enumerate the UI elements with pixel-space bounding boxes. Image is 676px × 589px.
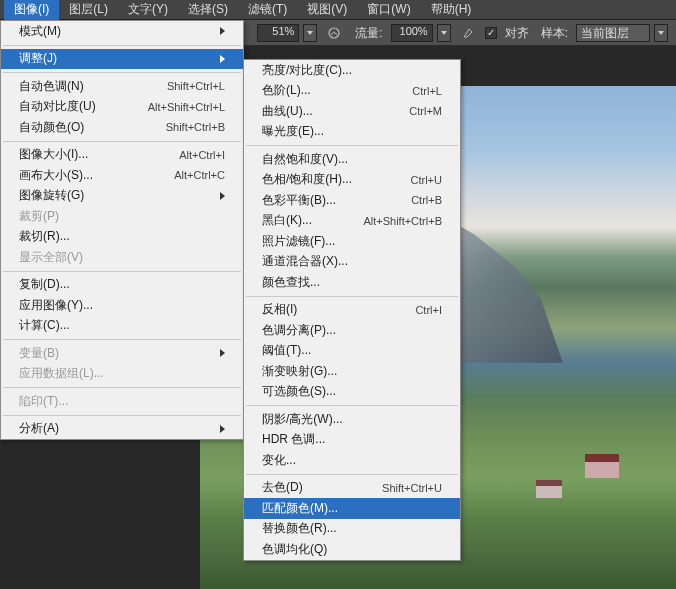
image-menu-item[interactable]: 分析(A) — [1, 419, 243, 440]
adjust-menu-item[interactable]: 照片滤镜(F)... — [244, 231, 460, 252]
adjust-menu-item[interactable]: 颜色查找... — [244, 272, 460, 293]
image-menu-item[interactable]: 自动色调(N)Shift+Ctrl+L — [1, 76, 243, 97]
flow-input[interactable]: 100% — [391, 24, 433, 42]
menu-item-shortcut: Ctrl+I — [415, 304, 442, 316]
menu-item-label: 自动对比度(U) — [19, 98, 96, 115]
menubar-item-text[interactable]: 文字(Y) — [118, 0, 178, 21]
menubar-item-select[interactable]: 选择(S) — [178, 0, 238, 21]
flow-label: 流量: — [355, 25, 382, 42]
image-menu-item[interactable]: 模式(M) — [1, 21, 243, 42]
adjustments-submenu: 亮度/对比度(C)...色阶(L)...Ctrl+L曲线(U)...Ctrl+M… — [243, 59, 461, 561]
sample-select[interactable]: 当前图层 — [576, 24, 650, 42]
image-menu-item[interactable]: 图像大小(I)...Alt+Ctrl+I — [1, 145, 243, 166]
adjust-menu-item[interactable]: 匹配颜色(M)... — [244, 498, 460, 519]
menubar-item-help[interactable]: 帮助(H) — [421, 0, 482, 21]
image-menu-separator — [3, 339, 241, 340]
menu-item-shortcut: Alt+Shift+Ctrl+B — [363, 215, 442, 227]
adjust-menu-separator — [246, 405, 458, 406]
submenu-arrow-icon — [220, 425, 225, 433]
menu-item-label: 自动颜色(O) — [19, 119, 84, 136]
image-menu-item[interactable]: 调整(J) — [1, 49, 243, 70]
menu-item-label: 变化... — [262, 452, 296, 469]
pressure-opacity-icon[interactable] — [325, 24, 343, 42]
sample-label: 样本: — [541, 25, 568, 42]
menu-item-label: 颜色查找... — [262, 274, 320, 291]
menu-item-label: 色调均化(Q) — [262, 541, 327, 558]
opacity-dropdown[interactable] — [303, 24, 317, 42]
chevron-down-icon — [441, 31, 447, 35]
menubar-item-view[interactable]: 视图(V) — [297, 0, 357, 21]
menu-item-shortcut: Alt+Ctrl+I — [179, 149, 225, 161]
align-checkbox[interactable]: ✓ — [485, 27, 497, 39]
adjust-menu-item[interactable]: 变化... — [244, 450, 460, 471]
image-menu-separator — [3, 45, 241, 46]
menu-item-label: 色阶(L)... — [262, 82, 311, 99]
adjust-menu-item[interactable]: 色调分离(P)... — [244, 320, 460, 341]
image-menu-item[interactable]: 计算(C)... — [1, 316, 243, 337]
menu-item-shortcut: Shift+Ctrl+L — [167, 80, 225, 92]
image-menu-item[interactable]: 裁切(R)... — [1, 227, 243, 248]
image-menu-item[interactable]: 图像旋转(G) — [1, 186, 243, 207]
menubar-item-image[interactable]: 图像(I) — [4, 0, 59, 21]
image-menu-separator — [3, 72, 241, 73]
menu-item-label: 替换颜色(R)... — [262, 520, 337, 537]
menubar-item-filter[interactable]: 滤镜(T) — [238, 0, 297, 21]
menu-item-shortcut: Alt+Shift+Ctrl+L — [148, 101, 225, 113]
chevron-down-icon — [307, 31, 313, 35]
adjust-menu-item[interactable]: 色阶(L)...Ctrl+L — [244, 81, 460, 102]
menu-item-label: 应用数据组(L)... — [19, 365, 104, 382]
menu-item-label: 图像大小(I)... — [19, 146, 88, 163]
adjust-menu-item[interactable]: 可选颜色(S)... — [244, 382, 460, 403]
adjust-menu-item[interactable]: 色相/饱和度(H)...Ctrl+U — [244, 170, 460, 191]
menu-item-label: 渐变映射(G)... — [262, 363, 337, 380]
adjust-menu-item[interactable]: 色调均化(Q) — [244, 539, 460, 560]
adjust-menu-separator — [246, 474, 458, 475]
image-menu-item[interactable]: 自动对比度(U)Alt+Shift+Ctrl+L — [1, 97, 243, 118]
image-menu-item: 陷印(T)... — [1, 391, 243, 412]
adjust-menu-item[interactable]: 自然饱和度(V)... — [244, 149, 460, 170]
submenu-arrow-icon — [220, 55, 225, 63]
adjust-menu-item[interactable]: 黑白(K)...Alt+Shift+Ctrl+B — [244, 211, 460, 232]
menu-item-label: 图像旋转(G) — [19, 187, 84, 204]
house-shape — [536, 480, 562, 498]
adjust-menu-item[interactable]: 替换颜色(R)... — [244, 519, 460, 540]
image-menu-separator — [3, 387, 241, 388]
adjust-menu-item[interactable]: 通道混合器(X)... — [244, 252, 460, 273]
menu-item-label: 阴影/高光(W)... — [262, 411, 343, 428]
menu-item-label: 去色(D) — [262, 479, 303, 496]
adjust-menu-item[interactable]: 去色(D)Shift+Ctrl+U — [244, 478, 460, 499]
menubar-item-layer[interactable]: 图层(L) — [59, 0, 118, 21]
adjust-menu-item[interactable]: 色彩平衡(B)...Ctrl+B — [244, 190, 460, 211]
menubar: 图像(I) 图层(L) 文字(Y) 选择(S) 滤镜(T) 视图(V) 窗口(W… — [0, 0, 676, 20]
flow-dropdown[interactable] — [437, 24, 451, 42]
menu-item-label: 自动色调(N) — [19, 78, 84, 95]
menu-item-label: 色调分离(P)... — [262, 322, 336, 339]
adjust-menu-item[interactable]: 渐变映射(G)... — [244, 361, 460, 382]
adjust-menu-item[interactable]: 反相(I)Ctrl+I — [244, 300, 460, 321]
menu-item-label: 曝光度(E)... — [262, 123, 324, 140]
menu-item-shortcut: Shift+Ctrl+U — [382, 482, 442, 494]
image-menu-item: 变量(B) — [1, 343, 243, 364]
adjust-menu-item[interactable]: HDR 色调... — [244, 430, 460, 451]
adjust-menu-item[interactable]: 阈值(T)... — [244, 341, 460, 362]
menubar-item-window[interactable]: 窗口(W) — [357, 0, 420, 21]
image-menu-item: 裁剪(P) — [1, 206, 243, 227]
menu-item-label: 自然饱和度(V)... — [262, 151, 348, 168]
opacity-input[interactable]: 51% — [257, 24, 299, 42]
image-menu-item[interactable]: 画布大小(S)...Alt+Ctrl+C — [1, 165, 243, 186]
adjust-menu-item[interactable]: 阴影/高光(W)... — [244, 409, 460, 430]
adjust-menu-item[interactable]: 亮度/对比度(C)... — [244, 60, 460, 81]
sample-dropdown[interactable] — [654, 24, 668, 42]
airbrush-icon[interactable] — [459, 24, 477, 42]
menu-item-label: 可选颜色(S)... — [262, 383, 336, 400]
image-menu-separator — [3, 415, 241, 416]
image-menu-item[interactable]: 自动颜色(O)Shift+Ctrl+B — [1, 117, 243, 138]
menu-item-label: 计算(C)... — [19, 317, 70, 334]
menu-item-label: 通道混合器(X)... — [262, 253, 348, 270]
image-menu-item[interactable]: 复制(D)... — [1, 275, 243, 296]
menu-item-label: 陷印(T)... — [19, 393, 68, 410]
image-menu-item[interactable]: 应用图像(Y)... — [1, 295, 243, 316]
menu-item-label: 黑白(K)... — [262, 212, 312, 229]
adjust-menu-item[interactable]: 曲线(U)...Ctrl+M — [244, 101, 460, 122]
adjust-menu-item[interactable]: 曝光度(E)... — [244, 122, 460, 143]
